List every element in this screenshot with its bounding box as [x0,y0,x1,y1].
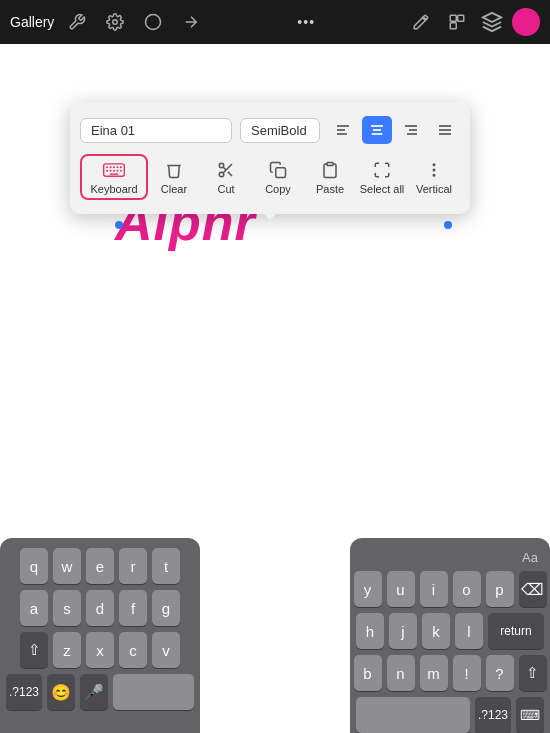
keyboard-right: Aa y u i o p ⌫ h j k l return b n m ! [350,538,550,733]
kb-right-row2: h j k l return [356,613,544,649]
svg-line-34 [223,167,226,170]
svg-point-37 [433,169,435,171]
selection-handle-left[interactable] [115,221,123,229]
key-c[interactable]: c [119,632,147,668]
key-keyboard[interactable]: ⌨ [516,697,544,733]
key-space-right[interactable] [356,697,470,733]
key-u[interactable]: u [387,571,415,607]
arrow-icon[interactable] [176,7,206,37]
smudge-icon[interactable] [138,7,168,37]
svg-point-0 [113,20,118,25]
svg-point-31 [219,172,224,177]
font-name-field[interactable]: Eina 01 [80,118,232,143]
key-e[interactable]: e [86,548,114,584]
copy-action-button[interactable]: Copy [252,155,304,199]
gallery-button[interactable]: Gallery [10,14,54,30]
aa-button[interactable]: Aa [516,548,544,567]
clear-icon [165,159,183,181]
keyboard-container: q w e r t a s d f g ⇧ z x c v .?123 [0,538,550,733]
clear-action-button[interactable]: Clear [148,155,200,199]
key-h[interactable]: h [356,613,384,649]
font-weight-field[interactable]: SemiBold [240,118,320,143]
align-justify-button[interactable] [430,116,460,144]
keyboard-left: q w e r t a s d f g ⇧ z x c v .?123 [0,538,200,733]
right-tools [406,7,540,37]
cut-label: Cut [217,183,234,195]
key-n[interactable]: n [387,655,415,691]
kb-left-row1: q w e r t [6,548,194,584]
svg-point-38 [433,164,435,166]
paint-icon[interactable] [406,7,436,37]
key-shift-right[interactable]: ⇧ [519,655,547,691]
font-row: Eina 01 SemiBold [70,110,470,150]
key-a[interactable]: a [20,590,48,626]
gallery-label: Gallery [10,14,54,30]
key-shift-left[interactable]: ⇧ [20,632,48,668]
key-d[interactable]: d [86,590,114,626]
layers-icon[interactable] [478,8,506,36]
blend-icon[interactable] [442,7,472,37]
kb-right-top: Aa [356,548,544,567]
key-s[interactable]: s [53,590,81,626]
paste-action-button[interactable]: Paste [304,155,356,199]
key-m[interactable]: m [420,655,448,691]
keyboard-icon [103,159,125,181]
cut-action-button[interactable]: Cut [200,155,252,199]
key-num-left[interactable]: .?123 [6,674,42,710]
align-left-button[interactable] [328,116,358,144]
align-right-button[interactable] [396,116,426,144]
key-delete[interactable]: ⌫ [519,571,547,607]
key-y[interactable]: y [354,571,382,607]
key-x[interactable]: x [86,632,114,668]
key-w[interactable]: w [53,548,81,584]
key-num-right[interactable]: .?123 [475,697,511,733]
wrench-icon[interactable] [62,7,92,37]
color-swatch[interactable] [512,8,540,36]
kb-right-row3: b n m ! ? ⇧ [356,655,544,691]
kb-right-row1: y u i o p ⌫ [356,571,544,607]
key-l[interactable]: l [455,613,483,649]
key-t[interactable]: t [152,548,180,584]
kb-right-row4: .?123 ⌨ [356,697,544,733]
kb-left-row2: a s d f g [6,590,194,626]
key-p[interactable]: p [486,571,514,607]
svg-line-33 [228,172,232,176]
align-buttons [328,116,460,144]
more-button[interactable]: ••• [297,14,315,30]
key-j[interactable]: j [389,613,417,649]
key-return[interactable]: return [488,613,544,649]
key-emoji[interactable]: 😊 [47,674,75,710]
key-r[interactable]: r [119,548,147,584]
scissors-icon [217,159,235,181]
align-center-button[interactable] [362,116,392,144]
adjust-icon[interactable] [100,7,130,37]
selectall-icon [373,159,391,181]
key-v[interactable]: v [152,632,180,668]
key-g[interactable]: g [152,590,180,626]
key-b[interactable]: b [354,655,382,691]
paste-label: Paste [316,183,344,195]
svg-rect-3 [458,15,464,21]
key-f[interactable]: f [119,590,147,626]
key-k[interactable]: k [422,613,450,649]
vertical-icon [425,159,443,181]
key-space-left[interactable] [113,674,194,710]
kb-left-row3: ⇧ z x c v [6,632,194,668]
key-o[interactable]: o [453,571,481,607]
svg-rect-36 [327,163,333,166]
key-i[interactable]: i [420,571,448,607]
selection-handle-right[interactable] [444,221,452,229]
svg-marker-5 [483,13,501,22]
copy-icon [269,159,287,181]
key-z[interactable]: z [53,632,81,668]
key-question[interactable]: ? [486,655,514,691]
keyboard-action-button[interactable]: Keyboard [80,154,148,200]
key-q[interactable]: q [20,548,48,584]
selectall-action-button[interactable]: Select all [356,155,408,199]
key-mic[interactable]: 🎤 [80,674,108,710]
clear-label: Clear [161,183,187,195]
context-menu: Eina 01 SemiBold [70,102,470,214]
key-exclaim[interactable]: ! [453,655,481,691]
vertical-action-button[interactable]: Vertical [408,155,460,199]
canvas-area: Eina 01 SemiBold [0,44,550,733]
